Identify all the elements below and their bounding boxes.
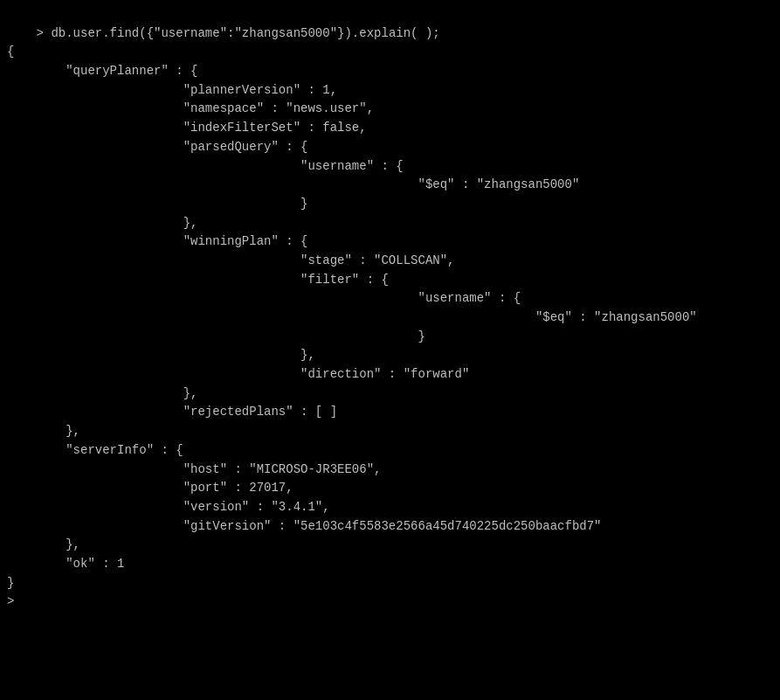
terminal-window[interactable]: > db.user.find({"username":"zhangsan5000… [0, 0, 780, 700]
output-line-3: "plannerVersion" : 1, [7, 83, 337, 97]
output-line-18: "direction" : "forward" [7, 367, 469, 381]
output-line-7: "username" : { [7, 159, 404, 173]
output-line-28: "ok" : 1 [7, 557, 124, 571]
output-line-8: "$eq" : "zhangsan5000" [7, 177, 579, 191]
output-line-5: "indexFilterSet" : false, [7, 121, 367, 135]
output-line-11: "winningPlan" : { [7, 234, 307, 248]
command-line: > db.user.find({"username":"zhangsan5000… [37, 26, 440, 40]
output-line-9: } [7, 197, 307, 211]
output-line-6: "parsedQuery" : { [7, 140, 307, 154]
output-line-14: "username" : { [7, 291, 521, 305]
output-line-23: "host" : "MICROSO-JR3EE06", [7, 462, 381, 476]
output-line-12: "stage" : "COLLSCAN", [7, 253, 454, 267]
output-line-26: "gitVersion" : "5e103c4f5583e2566a45d740… [7, 519, 602, 533]
output-line-20: "rejectedPlans" : [ ] [7, 405, 337, 419]
output-line-2: "queryPlanner" : { [7, 64, 197, 78]
output-line-10: }, [7, 216, 197, 230]
output-line-25: "version" : "3.4.1", [7, 500, 330, 514]
output-line-21: }, [7, 424, 80, 438]
output-line-15: "$eq" : "zhangsan5000" [7, 310, 697, 324]
output-line-4: "namespace" : "news.user", [7, 101, 374, 115]
output-line-22: "serverInfo" : { [7, 443, 183, 457]
output-line-1: { [7, 45, 14, 59]
code-output: > db.user.find({"username":"zhangsan5000… [7, 5, 773, 631]
prompt-cursor-line: > [7, 594, 22, 608]
output-line-13: "filter" : { [7, 273, 389, 287]
output-line-24: "port" : 27017, [7, 481, 293, 495]
output-line-16: } [7, 329, 425, 343]
output-line-27: }, [7, 537, 80, 551]
output-closing-brace: } [7, 576, 14, 590]
output-line-17: }, [7, 348, 315, 362]
output-line-19: }, [7, 386, 197, 400]
